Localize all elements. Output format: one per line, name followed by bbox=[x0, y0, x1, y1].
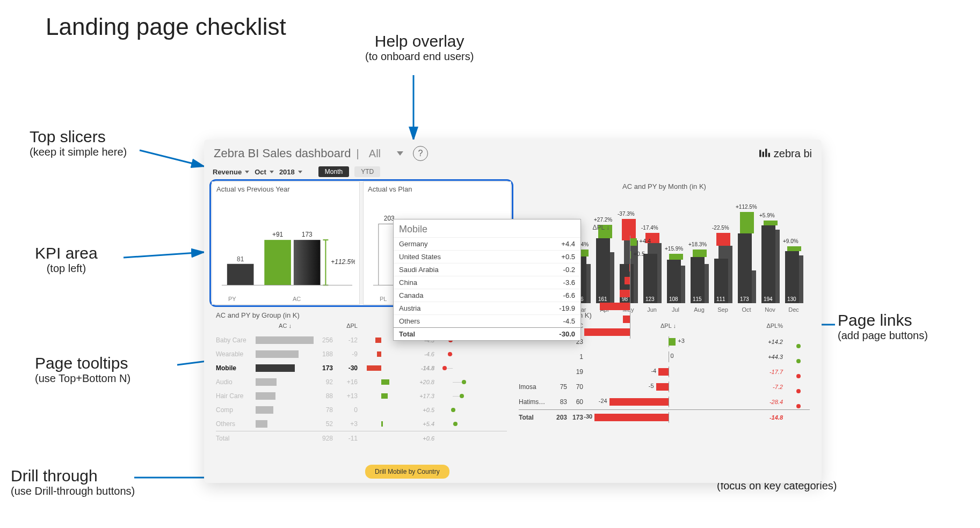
svg-text:+91: +91 bbox=[272, 231, 284, 238]
kpi-title: Actual vs Previous Year bbox=[216, 185, 355, 193]
chevron-down-icon bbox=[397, 151, 403, 156]
monthly-title: AC and PY by Month (in K) bbox=[514, 181, 814, 193]
hdr-dplp: ΔPL% bbox=[753, 322, 783, 333]
callout-title: Drill through bbox=[11, 467, 135, 485]
segment-ytd[interactable]: YTD bbox=[354, 166, 380, 177]
tooltip-row: Others-4.5 bbox=[394, 314, 580, 327]
kpi-apy-chart: 81 +91 173 bbox=[216, 195, 355, 300]
zebra-icon bbox=[759, 148, 771, 159]
slicer-label: 2018 bbox=[279, 168, 295, 176]
callout-subtitle: (top left) bbox=[35, 262, 98, 275]
chevron-down-icon bbox=[270, 171, 274, 173]
brand-text: zebra bi bbox=[774, 148, 812, 160]
dashboard-card: Zebra BI Sales dashboard | All ? zebra b… bbox=[204, 140, 822, 483]
drill-through-button[interactable]: Drill Mobile by Country bbox=[365, 465, 449, 479]
product-row[interactable]: 19-4-17.7 bbox=[519, 364, 810, 379]
slicer-label: Revenue bbox=[213, 168, 242, 176]
group-row[interactable]: Audio92+16+20.8 bbox=[216, 375, 507, 389]
dashboard-title: Zebra BI Sales dashboard bbox=[214, 146, 351, 160]
product-row-total: Total203173-30-14.8 bbox=[519, 409, 810, 424]
dropdown-label: All bbox=[369, 148, 381, 160]
group-row[interactable]: Mobile173-30-14.8 bbox=[216, 361, 507, 375]
slicer-month[interactable]: Oct bbox=[255, 168, 274, 176]
slicer-label: Oct bbox=[255, 168, 266, 176]
callout-kpi-area: KPI area (top left) bbox=[35, 244, 98, 275]
callout-subtitle: (add page buttons) bbox=[838, 329, 928, 342]
page-tooltip-popup: Mobile ΔPL ↓ Germany+4.4United States+0.… bbox=[393, 219, 581, 341]
callout-title: Help overlay bbox=[365, 32, 474, 50]
svg-rect-2 bbox=[762, 152, 764, 157]
svg-rect-4 bbox=[768, 153, 770, 157]
tooltip-hdr: ΔPL ↓ bbox=[592, 224, 609, 231]
svg-rect-1 bbox=[759, 150, 761, 157]
callout-subtitle: (keep it simple here) bbox=[30, 146, 127, 158]
kpi-actual-vs-py[interactable]: Actual vs Previous Year 81 +91 bbox=[212, 181, 360, 305]
svg-rect-5 bbox=[227, 264, 254, 285]
callout-title: Page links bbox=[838, 311, 928, 329]
callout-subtitle: (use Top+Bottom N) bbox=[35, 372, 130, 385]
callout-top-slicers: Top slicers (keep it simple here) bbox=[30, 128, 127, 158]
dashboard-header: Zebra BI Sales dashboard | All ? zebra b… bbox=[212, 145, 814, 163]
slicer-measure[interactable]: Revenue bbox=[213, 168, 249, 176]
slide-title: Landing page checklist bbox=[46, 13, 286, 40]
tooltip-row: Saudi Arabia-0.2 bbox=[394, 263, 580, 276]
svg-text:+112.5%: +112.5% bbox=[331, 258, 355, 266]
svg-rect-9 bbox=[294, 240, 321, 285]
callout-title: Top slicers bbox=[30, 128, 127, 146]
hdr-dpl: ΔPL bbox=[335, 322, 358, 332]
callout-page-links: Page links (add page buttons) bbox=[838, 311, 928, 342]
callout-drill-through: Drill through (use Drill-through buttons… bbox=[11, 467, 135, 497]
group-row[interactable]: Comp780+0.5 bbox=[216, 403, 507, 417]
tooltip-row: Austria-19.9 bbox=[394, 302, 580, 314]
tooltip-title: Mobile bbox=[394, 219, 580, 237]
help-button[interactable]: ? bbox=[413, 146, 428, 161]
svg-text:173: 173 bbox=[302, 231, 313, 238]
slicer-row: Revenue Oct 2018 Month YTD bbox=[212, 163, 814, 181]
svg-text:81: 81 bbox=[237, 255, 244, 263]
tooltip-row: Germany+4.4 bbox=[394, 237, 580, 250]
tooltip-row: China-3.6 bbox=[394, 276, 580, 289]
separator: | bbox=[357, 148, 359, 160]
product-row[interactable]: 10+44.3 bbox=[519, 349, 810, 364]
brand-logo: zebra bi bbox=[759, 148, 812, 160]
svg-rect-7 bbox=[264, 240, 291, 285]
hdr-ac: AC ↓ bbox=[256, 322, 315, 332]
callout-subtitle: (to onboard end users) bbox=[365, 50, 474, 63]
segment-month[interactable]: Month bbox=[318, 166, 349, 177]
group-row[interactable]: Wearable188-9-4.6 bbox=[216, 347, 507, 361]
product-row[interactable]: Hatims…8360-24-28.4 bbox=[519, 394, 810, 409]
svg-rect-3 bbox=[765, 149, 767, 157]
bu-dropdown[interactable]: All bbox=[365, 148, 408, 160]
group-row[interactable]: Others52+3+5.4 bbox=[216, 417, 507, 431]
callout-help-overlay: Help overlay (to onboard end users) bbox=[365, 32, 474, 63]
group-row-total: Total928-11+0.6 bbox=[216, 431, 507, 445]
tooltip-row-total: Total-30.0 bbox=[394, 327, 580, 340]
callout-title: Page tooltips bbox=[35, 354, 130, 372]
axis-ac: AC bbox=[293, 296, 301, 302]
chevron-down-icon bbox=[245, 171, 249, 173]
chevron-down-icon bbox=[298, 171, 302, 173]
callout-title: KPI area bbox=[35, 244, 98, 262]
tooltip-row: Canada-6.6 bbox=[394, 289, 580, 302]
tooltip-row: United States+0.5 bbox=[394, 250, 580, 263]
axis-py: PY bbox=[228, 296, 236, 302]
axis-pl: PL bbox=[380, 296, 387, 302]
product-row[interactable]: Imosa7570-5-7.2 bbox=[519, 379, 810, 394]
kpi-title: Actual vs Plan bbox=[368, 185, 506, 193]
callout-subtitle: (use Drill-through buttons) bbox=[11, 485, 135, 497]
tooltip-bars: +4.4+0.5 bbox=[582, 236, 678, 339]
group-row[interactable]: Hair Care88+13+17.3 bbox=[216, 389, 507, 403]
slicer-year[interactable]: 2018 bbox=[279, 168, 302, 176]
callout-page-tooltips: Page tooltips (use Top+Bottom N) bbox=[35, 354, 130, 385]
